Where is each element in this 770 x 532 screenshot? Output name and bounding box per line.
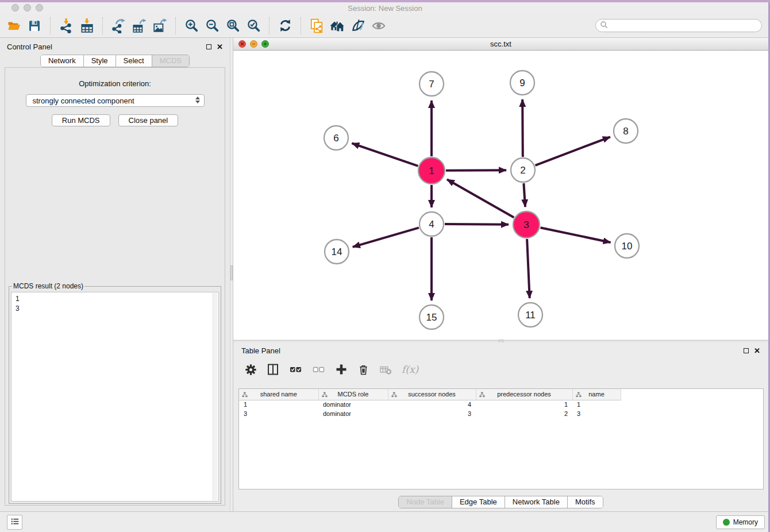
mcds-panel: Optimization criterion: strongly connect… <box>5 67 225 506</box>
settings-gear-icon[interactable] <box>245 364 257 376</box>
graph-node-14[interactable]: 14 <box>325 240 349 264</box>
run-mcds-button[interactable]: Run MCDS <box>52 114 110 126</box>
table-row[interactable]: 3dominator323 <box>239 409 759 418</box>
close-window-button[interactable] <box>11 4 19 11</box>
tab-style[interactable]: Style <box>83 55 116 67</box>
save-session-button[interactable] <box>24 16 45 36</box>
search-input[interactable] <box>595 19 762 32</box>
tab-motifs[interactable]: Motifs <box>567 496 603 508</box>
float-panel-icon[interactable] <box>206 44 211 49</box>
import-network-button[interactable] <box>56 16 76 36</box>
graph-node-3[interactable]: 3 <box>513 211 540 238</box>
network-graph[interactable]: 7968124314101511 <box>233 51 768 340</box>
table-cell[interactable]: dominator <box>318 409 388 418</box>
node-table-container: shared nameMCDS rolesuccessor nodesprede… <box>238 388 764 489</box>
graph-edge-3-1[interactable] <box>447 179 514 217</box>
tab-mcds[interactable]: MCDS <box>152 55 189 67</box>
graph-node-1[interactable]: 1 <box>418 157 445 184</box>
graph-node-15[interactable]: 15 <box>419 305 444 329</box>
vertical-splitter[interactable] <box>230 38 233 511</box>
deselect-all-icon[interactable] <box>312 363 325 376</box>
svg-text:11: 11 <box>525 310 536 321</box>
close-network-button[interactable]: ✕ <box>238 40 246 48</box>
tab-select[interactable]: Select <box>116 55 152 67</box>
hide-button[interactable] <box>368 16 389 36</box>
graph-edge-4-14[interactable] <box>353 228 419 247</box>
zoom-fit-icon <box>226 18 240 33</box>
graph-edge-2-3[interactable] <box>523 183 525 207</box>
column-header-successor-nodes[interactable]: successor nodes <box>388 389 476 400</box>
column-panel-icon[interactable] <box>267 363 279 376</box>
tab-network-table[interactable]: Network Table <box>505 496 567 508</box>
add-icon[interactable] <box>335 363 348 376</box>
import-table-button[interactable] <box>76 16 97 36</box>
table-cell[interactable]: 3 <box>239 409 318 418</box>
export-table-button[interactable] <box>129 16 149 36</box>
zoom-network-button[interactable]: + <box>261 40 269 48</box>
graph-edge-3-11[interactable] <box>527 239 530 298</box>
graph-edge-2-9[interactable] <box>522 99 523 157</box>
open-session-button[interactable] <box>3 16 24 36</box>
close-panel-button[interactable]: Close panel <box>118 114 179 126</box>
network-file-button[interactable] <box>306 16 327 36</box>
splitter-handle[interactable] <box>230 265 233 280</box>
zoom-window-button[interactable] <box>36 4 43 11</box>
table-cell[interactable]: 3 <box>572 409 621 418</box>
table-cell[interactable]: 2 <box>476 409 572 418</box>
criterion-label: Optimization criterion: <box>5 79 225 88</box>
table-cell[interactable]: 1 <box>572 400 621 409</box>
command-panel-button[interactable] <box>7 515 22 530</box>
graph-edge-4-3[interactable] <box>445 224 509 225</box>
svg-text:14: 14 <box>332 246 342 257</box>
minimize-window-button[interactable] <box>24 4 31 11</box>
tab-node-table[interactable]: Node Table <box>399 496 452 508</box>
graph-edge-1-2[interactable] <box>446 170 506 171</box>
table-cell[interactable]: 1 <box>476 400 572 409</box>
column-header-shared-name[interactable]: shared name <box>239 389 318 400</box>
table-cell[interactable]: dominator <box>318 400 388 409</box>
zoom-selected-button[interactable] <box>243 16 264 36</box>
tab-network[interactable]: Network <box>41 55 83 67</box>
close-panel-icon[interactable]: ✕ <box>217 44 223 50</box>
criterion-select[interactable]: strongly connected component <box>26 94 205 107</box>
memory-button[interactable]: Memory <box>716 515 765 529</box>
column-header-name[interactable]: name <box>572 389 621 400</box>
network-canvas[interactable]: 7968124314101511 <box>233 51 768 340</box>
hub-button[interactable] <box>327 16 348 36</box>
graph-node-10[interactable]: 10 <box>615 234 639 258</box>
save-icon <box>28 19 41 33</box>
graph-node-2[interactable]: 2 <box>511 158 535 182</box>
graph-node-11[interactable]: 11 <box>518 303 542 327</box>
graph-edge-1-6[interactable] <box>352 143 418 166</box>
export-network-button[interactable] <box>108 16 129 36</box>
zoom-out-button[interactable] <box>202 16 222 36</box>
graph-edge-2-8[interactable] <box>536 137 610 165</box>
column-header-MCDS-role[interactable]: MCDS role <box>318 389 388 400</box>
table-cell[interactable]: 4 <box>388 400 476 409</box>
network-window-titlebar[interactable]: ✕ − + scc.txt <box>233 38 768 51</box>
graph-node-6[interactable]: 6 <box>324 126 348 150</box>
mcds-result-text[interactable]: 13 <box>11 292 219 502</box>
graph-node-4[interactable]: 4 <box>419 212 444 236</box>
graph-node-7[interactable]: 7 <box>419 72 444 96</box>
float-panel-icon[interactable] <box>744 348 749 353</box>
delete-icon[interactable] <box>357 363 369 376</box>
select-all-icon[interactable] <box>289 363 302 376</box>
houses-icon <box>329 18 345 33</box>
zoom-in-button[interactable] <box>181 16 202 36</box>
table-row[interactable]: 1dominator411 <box>239 400 759 409</box>
style-button[interactable] <box>348 16 368 36</box>
graph-edge-3-10[interactable] <box>541 228 611 242</box>
zoom-fit-button[interactable] <box>222 16 243 36</box>
close-panel-icon[interactable]: ✕ <box>754 348 760 354</box>
export-image-button[interactable] <box>149 16 170 36</box>
table-cell[interactable]: 3 <box>388 409 476 418</box>
tab-edge-table[interactable]: Edge Table <box>452 496 505 508</box>
column-header-predecessor-nodes[interactable]: predecessor nodes <box>476 389 572 400</box>
graph-node-8[interactable]: 8 <box>614 119 638 143</box>
result-scrollbar[interactable] <box>213 293 218 500</box>
minimize-network-button[interactable]: − <box>250 40 257 48</box>
table-cell[interactable]: 1 <box>239 400 318 409</box>
graph-node-9[interactable]: 9 <box>510 71 534 95</box>
refresh-button[interactable] <box>275 16 295 36</box>
